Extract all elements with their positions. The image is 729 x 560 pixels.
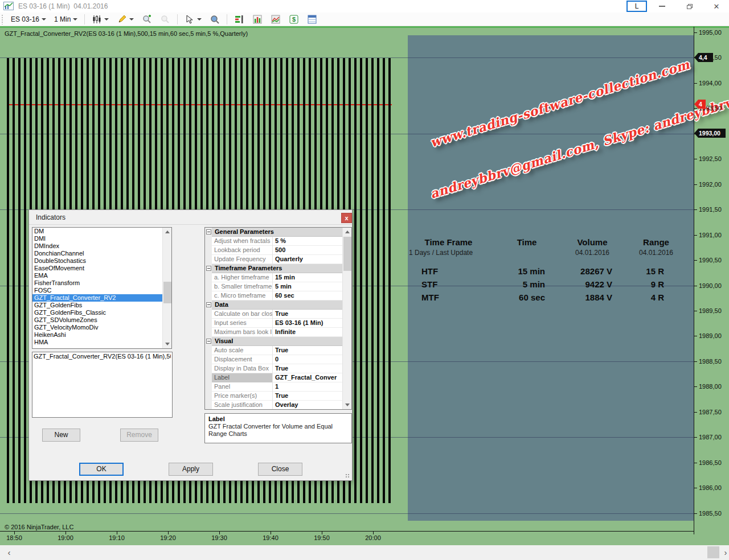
property-value[interactable]: True	[273, 364, 343, 373]
property-value[interactable]: ES 03-16 (1 Min)	[273, 319, 343, 328]
indicator-list-item[interactable]: FisherTransform	[32, 279, 171, 287]
minimize-button[interactable]	[653, 0, 670, 13]
ok-button[interactable]: OK	[79, 463, 124, 476]
indicator-list-item[interactable]: DMI	[32, 235, 171, 242]
close-button[interactable]: ✕	[708, 0, 725, 13]
property-row[interactable]: Display in Data BoxTrue	[205, 364, 343, 373]
chart-overview-button[interactable]	[267, 14, 284, 25]
toolbar-grip[interactable]	[1, 14, 4, 24]
property-row[interactable]: Panel1	[205, 382, 343, 392]
zoom-out-button[interactable]	[157, 14, 174, 25]
chart-button[interactable]	[249, 14, 266, 25]
zoom-in-button[interactable]	[138, 14, 155, 25]
magnifier-icon	[210, 14, 220, 24]
indicator-listbox[interactable]: DMDMIDMIndexDonchianChannelDoubleStochas…	[32, 227, 172, 349]
indicator-list-item[interactable]: HeikenAshi	[32, 331, 171, 339]
collapse-icon[interactable]	[206, 302, 211, 307]
data-box-button[interactable]	[206, 14, 223, 25]
property-row[interactable]: a. Higher timeframe15 min	[205, 273, 343, 282]
scrollbar-thumb[interactable]	[163, 282, 171, 303]
property-row[interactable]: c. Micro timeframe60 sec	[205, 291, 343, 300]
restore-button[interactable]	[681, 0, 698, 13]
account-button[interactable]: $	[285, 14, 302, 25]
property-group-row[interactable]: Visual	[205, 337, 343, 346]
grid-scrollbar[interactable]	[342, 228, 351, 409]
indicator-list-item[interactable]: DMIndex	[32, 242, 171, 250]
property-value[interactable]: Quarterly	[273, 255, 343, 264]
link-button[interactable]: L	[626, 1, 647, 12]
property-value[interactable]: 5 min	[273, 282, 343, 291]
property-row[interactable]: LabelGZT_Fractal_Conver	[205, 373, 343, 382]
scroll-down-icon[interactable]	[163, 340, 172, 348]
property-group-row[interactable]: Timeframe Parameters	[205, 264, 343, 273]
property-value[interactable]: Overlay	[273, 401, 343, 410]
dialog-close-action-button[interactable]: Close	[258, 463, 302, 476]
property-value[interactable]: True	[273, 346, 343, 355]
property-value[interactable]: 0	[273, 355, 343, 364]
scroll-down-icon[interactable]	[343, 401, 352, 409]
indicator-list-item[interactable]: EaseOfMovement	[32, 265, 171, 272]
indicator-list-item[interactable]: GZT_GoldenFibs	[32, 302, 171, 309]
cursor-dropdown[interactable]	[181, 14, 205, 25]
property-grid[interactable]: General ParametersAdjust when fractals5 …	[204, 227, 352, 410]
property-row[interactable]: Auto scaleTrue	[205, 346, 343, 355]
property-row[interactable]: Adjust when fractals5 %	[205, 237, 343, 246]
instrument-dropdown[interactable]: ES 03-16	[7, 14, 50, 25]
property-value[interactable]: True	[273, 310, 343, 319]
property-value[interactable]: GZT_Fractal_Conver	[273, 373, 343, 382]
property-row[interactable]: Calculate on bar closTrue	[205, 310, 343, 319]
indicator-list-item[interactable]: GZT_GoldenFibs_Classic	[32, 309, 171, 316]
scrollbar-thumb[interactable]	[343, 237, 351, 271]
apply-button[interactable]: Apply	[169, 463, 213, 476]
drawing-tools-dropdown[interactable]	[113, 14, 137, 25]
scroll-left-icon[interactable]: ‹	[3, 547, 15, 558]
property-value[interactable]: 15 min	[273, 273, 343, 282]
property-value[interactable]: 60 sec	[273, 291, 343, 300]
property-row[interactable]: Displacement0	[205, 355, 343, 364]
chart-style-dropdown[interactable]	[88, 14, 112, 25]
property-group-row[interactable]: General Parameters	[205, 228, 343, 237]
remove-button[interactable]: Remove	[120, 429, 158, 442]
svg-text:$: $	[292, 16, 296, 23]
collapse-icon[interactable]	[206, 339, 211, 344]
property-row[interactable]: Lookback period500	[205, 246, 343, 255]
property-row[interactable]: Maximum bars look lInfinite	[205, 328, 343, 337]
property-value[interactable]: 1	[273, 382, 343, 392]
indicator-list-item[interactable]: FOSC	[32, 287, 171, 294]
interval-dropdown[interactable]: 1 Min	[51, 14, 81, 25]
property-row[interactable]: Input seriesES 03-16 (1 Min)	[205, 319, 343, 328]
indicator-list-item[interactable]: EMA	[32, 272, 171, 279]
property-row[interactable]: Scale justificationOverlay	[205, 401, 343, 410]
data-grid-button[interactable]	[304, 14, 321, 25]
list-scrollbar[interactable]	[162, 228, 171, 348]
indicator-list-item[interactable]: GZT_Fractal_Converter_RV2	[32, 294, 171, 302]
indicator-list-item[interactable]: DM	[32, 228, 171, 235]
property-value[interactable]: 5 %	[273, 237, 343, 246]
property-group-row[interactable]: Data	[205, 300, 343, 310]
configured-indicators-listbox[interactable]: GZT_Fractal_Converter_RV2(ES 03-16 (1 Mi…	[32, 352, 173, 418]
property-value[interactable]: 500	[273, 246, 343, 255]
collapse-icon[interactable]	[206, 266, 211, 271]
collapse-icon[interactable]	[206, 229, 211, 234]
indicator-list-item[interactable]: GZT_SDVolumeZones	[32, 316, 171, 324]
indicator-list-item[interactable]: DoubleStochastics	[32, 257, 171, 265]
property-row[interactable]: b. Smaller timeframe5 min	[205, 282, 343, 291]
horizontal-scrollbar[interactable]: ‹ ›	[0, 545, 729, 560]
configured-indicator-item[interactable]: GZT_Fractal_Converter_RV2(ES 03-16 (1 Mi…	[34, 353, 171, 360]
dialog-close-button[interactable]: x	[341, 213, 352, 223]
property-row[interactable]: Update FrequencyQuarterly	[205, 255, 343, 264]
resize-grip[interactable]	[345, 473, 350, 479]
indicator-list-item[interactable]: HMA	[32, 339, 171, 346]
scroll-up-icon[interactable]	[163, 228, 172, 236]
indicator-list-item[interactable]: GZT_VelocityMomoDiv	[32, 324, 171, 331]
dialog-titlebar[interactable]: Indicators x	[29, 210, 352, 225]
property-value[interactable]: True	[273, 392, 343, 401]
new-button[interactable]: New	[42, 429, 80, 442]
property-row[interactable]: Price marker(s)True	[205, 392, 343, 401]
indicator-list-item[interactable]: DonchianChannel	[32, 250, 171, 257]
scroll-up-icon[interactable]	[343, 228, 352, 236]
scrollbar-thumb[interactable]	[707, 546, 719, 558]
property-value[interactable]: Infinite	[273, 328, 343, 337]
scroll-right-icon[interactable]: ›	[720, 547, 729, 558]
market-analyzer-button[interactable]	[231, 14, 248, 25]
